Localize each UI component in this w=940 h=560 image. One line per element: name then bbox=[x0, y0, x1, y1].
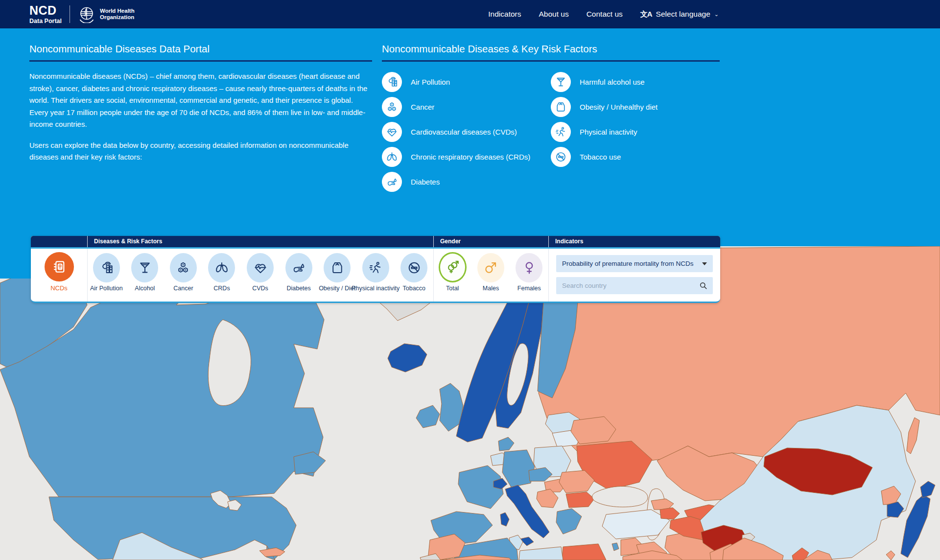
filter-disease-alcohol[interactable]: Alcohol bbox=[126, 249, 164, 302]
blood-drop-hand-icon bbox=[285, 253, 312, 282]
filter-disease-diabetes[interactable]: Diabetes bbox=[280, 249, 318, 302]
brand-block[interactable]: NCD Data Portal World Health Organizatio… bbox=[29, 4, 135, 24]
nav-links: Indicators About us Contact us 文A Select… bbox=[488, 10, 719, 19]
nav-about-us[interactable]: About us bbox=[539, 10, 568, 19]
female-icon bbox=[516, 253, 542, 282]
weight-scale-icon bbox=[551, 97, 571, 117]
filter-gender-females[interactable]: Females bbox=[510, 249, 548, 302]
hero-corner-decoration bbox=[0, 246, 31, 279]
filter-gender-males[interactable]: Males bbox=[471, 249, 510, 302]
caret-down-icon bbox=[702, 262, 707, 265]
no-smoking-icon bbox=[551, 147, 571, 167]
air-pollution-icon bbox=[93, 253, 120, 282]
filter-gender-total[interactable]: Total bbox=[433, 249, 471, 302]
page-title: Noncommunicable Diseases Data Portal bbox=[29, 39, 372, 62]
filter-disease-crds[interactable]: CRDs bbox=[203, 249, 241, 302]
cancer-icon bbox=[170, 253, 197, 282]
filter-panel: Diseases & Risk Factors Gender Indicator… bbox=[31, 236, 720, 303]
runner-icon bbox=[551, 122, 571, 142]
translate-icon: 文A bbox=[640, 10, 652, 19]
intro-paragraph-2: Users can explore the data below by coun… bbox=[29, 140, 372, 163]
heart-pulse-icon bbox=[382, 122, 402, 142]
risk-item-diabetes: Diabetes bbox=[382, 169, 551, 194]
hero-section: Noncommunicable Diseases Data Portal Non… bbox=[0, 28, 940, 246]
filter-disease-obesity-diet[interactable]: Obesity / Diet bbox=[318, 249, 356, 302]
search-country-input[interactable] bbox=[556, 277, 713, 294]
blood-drop-hand-icon bbox=[382, 172, 402, 192]
cancer-icon bbox=[382, 97, 402, 117]
indicator-dropdown-value: Probability of premature mortality from … bbox=[562, 260, 694, 267]
section-label-indicators: Indicators bbox=[555, 238, 583, 245]
who-emblem-icon bbox=[78, 5, 95, 23]
no-smoking-icon bbox=[400, 253, 427, 282]
risk-factors-block: Noncommunicable Diseases & Key Risk Fact… bbox=[382, 39, 720, 194]
lungs-icon bbox=[208, 253, 235, 282]
hero-intro: Noncommunicable Diseases Data Portal Non… bbox=[29, 39, 372, 163]
risk-item-crds: Chronic respiratory diseases (CRDs) bbox=[382, 144, 551, 169]
brand-subtitle: Data Portal bbox=[29, 18, 62, 24]
filter-disease-physical-inactivity[interactable]: Physical inactivity bbox=[356, 249, 395, 302]
risk-factors-col1: Air Pollution Cancer Cardiovascular dise… bbox=[382, 70, 551, 194]
who-logo: World Health Organization bbox=[78, 5, 135, 23]
filter-ncds-label: NCDs bbox=[50, 284, 68, 292]
male-icon bbox=[477, 253, 504, 282]
who-name-line1: World Health bbox=[100, 8, 135, 14]
brand-title: NCD bbox=[29, 4, 62, 17]
indicator-dropdown[interactable]: Probability of premature mortality from … bbox=[556, 255, 713, 272]
filter-diseases-section: Air Pollution Alcohol Cancer CRDs CVDs D… bbox=[87, 249, 433, 302]
risk-item-cancer: Cancer bbox=[382, 94, 551, 119]
martini-glass-icon bbox=[131, 253, 158, 282]
section-label-gender: Gender bbox=[440, 238, 461, 245]
filter-indicators-section: Probability of premature mortality from … bbox=[548, 249, 720, 302]
map-country-egypt bbox=[562, 544, 606, 560]
risk-factors-title: Noncommunicable Diseases & Key Risk Fact… bbox=[382, 39, 720, 62]
air-pollution-icon bbox=[382, 72, 402, 92]
weight-scale-icon bbox=[324, 253, 351, 282]
chevron-down-icon: ⌄ bbox=[714, 11, 719, 18]
language-selector[interactable]: 文A Select language ⌄ bbox=[640, 10, 719, 19]
risk-item-obesity: Obesity / Unhealthy diet bbox=[551, 94, 720, 119]
top-navbar: NCD Data Portal World Health Organizatio… bbox=[0, 0, 940, 28]
language-label: Select language bbox=[656, 10, 710, 19]
who-name-line2: Organization bbox=[100, 14, 135, 21]
search-icon[interactable] bbox=[699, 281, 708, 290]
heart-pulse-icon bbox=[247, 253, 274, 282]
filter-ncds-section: NCDs bbox=[31, 249, 87, 302]
nav-contact-us[interactable]: Contact us bbox=[587, 10, 623, 19]
intro-paragraph-1: Noncommunicable diseases (NCDs) – chief … bbox=[29, 70, 372, 131]
risk-item-alcohol: Harmful alcohol use bbox=[551, 70, 720, 94]
risk-item-inactivity: Physical inactivity bbox=[551, 119, 720, 144]
ncd-logo: NCD Data Portal bbox=[29, 4, 62, 24]
filter-ncds-button[interactable] bbox=[45, 252, 74, 281]
ncd-report-icon bbox=[51, 259, 67, 275]
filter-panel-body: NCDs Air Pollution Alcohol Cancer CRDs C… bbox=[31, 249, 720, 302]
lungs-icon bbox=[382, 147, 402, 167]
risk-item-air-pollution: Air Pollution bbox=[382, 70, 551, 94]
risk-item-tobacco: Tobacco use bbox=[551, 144, 720, 169]
filter-panel-header: Diseases & Risk Factors Gender Indicator… bbox=[31, 236, 720, 249]
nav-indicators[interactable]: Indicators bbox=[488, 10, 521, 19]
filter-gender-section: Total Males Females bbox=[433, 249, 548, 302]
risk-item-cvds: Cardiovascular diseases (CVDs) bbox=[382, 119, 551, 144]
brand-divider bbox=[70, 5, 70, 23]
martini-glass-icon bbox=[551, 72, 571, 92]
runner-icon bbox=[362, 253, 389, 282]
filter-disease-cancer[interactable]: Cancer bbox=[164, 249, 203, 302]
filter-disease-air-pollution[interactable]: Air Pollution bbox=[87, 249, 126, 302]
filter-disease-cvds[interactable]: CVDs bbox=[241, 249, 280, 302]
risk-factors-col2: Harmful alcohol use Obesity / Unhealthy … bbox=[551, 70, 720, 194]
gender-total-icon bbox=[439, 252, 467, 282]
section-label-diseases: Diseases & Risk Factors bbox=[94, 238, 162, 245]
filter-disease-tobacco[interactable]: Tobacco bbox=[395, 249, 434, 302]
